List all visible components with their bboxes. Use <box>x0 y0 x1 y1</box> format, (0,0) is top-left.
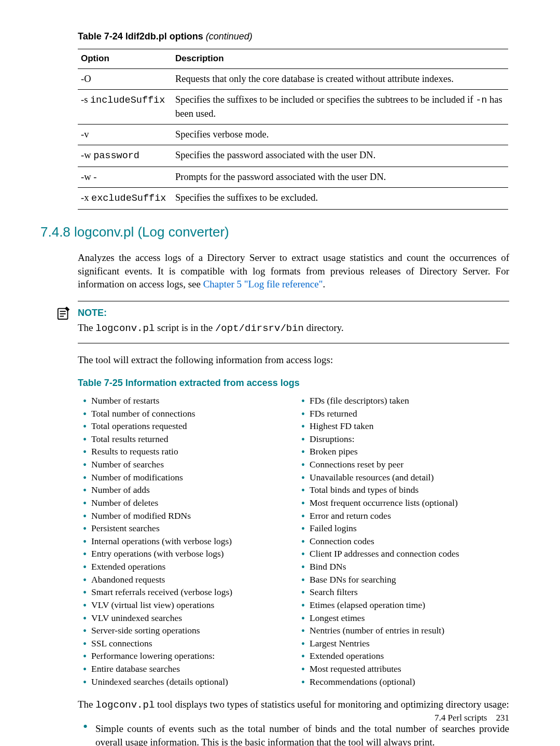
option-cell: -v <box>78 125 172 145</box>
list-item: Persistent searches <box>78 522 291 535</box>
list-item: Number of modified RDNs <box>78 510 291 522</box>
note-mid: script is in the <box>155 322 215 333</box>
option-cell: -w - <box>78 167 172 188</box>
list-item: Smart referrals received (verbose logs) <box>78 586 291 599</box>
option-cell: -w password <box>78 145 172 167</box>
para-3: The logconv.pl tool displays two types o… <box>78 698 509 712</box>
list-item: Performance lowering operations: <box>78 650 291 662</box>
page-footer: 7.4 Perl scripts 231 <box>435 712 509 724</box>
list-item: Number of restarts <box>78 395 291 407</box>
table-row: -x excludeSuffixSpecifies the suffixes t… <box>78 188 508 210</box>
list-item: Bind DNs <box>296 561 509 573</box>
list-item: Largest Nentries <box>296 638 509 650</box>
list-item: Error and return codes <box>296 510 509 522</box>
para3-pre: The <box>78 699 95 710</box>
description-cell: Specifies verbose mode. <box>172 125 508 145</box>
list-item: Total operations requested <box>78 420 291 433</box>
info-list-left: Number of restartsTotal number of connec… <box>78 394 291 688</box>
description-cell: Requests that only the core database is … <box>172 69 508 90</box>
list-item: FDs returned <box>296 408 509 420</box>
statistics-bullets: Simple counts of events such as the tota… <box>78 722 509 746</box>
th-option: Option <box>78 49 172 69</box>
th-description: Description <box>172 49 508 69</box>
list-item: Most frequent occurrence lists (optional… <box>296 497 509 509</box>
table-24: Option Description -ORequests that only … <box>78 49 508 210</box>
note-body: The logconv.pl script is in the /opt/dir… <box>78 321 509 336</box>
table-row: -s includeSuffixSpecifies the suffixes t… <box>78 90 508 125</box>
list-item: Unindexed searches (details optional) <box>78 676 291 688</box>
footer-page: 231 <box>496 713 510 723</box>
list-item: Recommendations (optional) <box>296 676 509 688</box>
para3-post: tool displays two types of statistics us… <box>155 699 509 710</box>
list-item: Failed logins <box>296 522 509 535</box>
list-item: Internal operations (with verbose logs) <box>78 535 291 548</box>
list-item: Extended operations <box>78 561 291 573</box>
list-item: Search filters <box>296 586 509 599</box>
table-row: -ORequests that only the core database i… <box>78 69 508 90</box>
description-cell: Specifies the suffixes to be excluded. <box>172 188 508 210</box>
table-25-caption: Table 7-25 Information extracted from ac… <box>78 377 509 389</box>
list-item: Disruptions: <box>296 433 509 446</box>
list-item: Broken pipes <box>296 446 509 458</box>
note-title: NOTE: <box>78 307 509 319</box>
section-heading: 7.4.8 logconv.pl (Log converter) <box>40 223 509 241</box>
description-cell: Prompts for the password associated with… <box>172 167 508 188</box>
list-item: Total binds and types of binds <box>296 484 509 496</box>
list-item: Connections reset by peer <box>296 459 509 471</box>
note-block: NOTE: The logconv.pl script is in the /o… <box>78 301 509 343</box>
option-cell: -O <box>78 69 172 90</box>
list-item: Most requested attributes <box>296 663 509 675</box>
list-item: Extended operations <box>296 650 509 662</box>
info-list-columns: Number of restartsTotal number of connec… <box>78 394 509 688</box>
list-item: Entire database searches <box>78 663 291 675</box>
list-item: Entry operations (with verbose logs) <box>78 548 291 560</box>
footer-section: 7.4 Perl scripts <box>435 713 487 723</box>
list-item: FDs (file descriptors) taken <box>296 395 509 407</box>
list-item: Longest etimes <box>296 612 509 625</box>
info-list-right: FDs (file descriptors) takenFDs returned… <box>296 394 509 688</box>
list-item: Nentries (number of entries in result) <box>296 625 509 637</box>
list-item: Highest FD taken <box>296 420 509 433</box>
para3-code: logconv.pl <box>95 699 155 711</box>
note-code-2: /opt/dirsrv/bin <box>215 323 304 334</box>
note-pre: The <box>78 322 95 333</box>
description-cell: Specifies the suffixes to be included or… <box>172 90 508 125</box>
list-item: Results to requests ratio <box>78 446 291 458</box>
section-para-1: Analyzes the access logs of a Directory … <box>78 251 509 291</box>
para1-post: . <box>323 279 325 289</box>
para-2: The tool will extract the following info… <box>78 353 509 367</box>
description-cell: Specifies the password associated with t… <box>172 145 508 167</box>
option-cell: -x excludeSuffix <box>78 188 172 210</box>
list-item: VLV (virtual list view) operations <box>78 599 291 612</box>
list-item: Simple counts of events such as the tota… <box>78 722 509 746</box>
list-item: Total number of connections <box>78 408 291 420</box>
list-item: Unavailable resources (and detail) <box>296 472 509 484</box>
list-item: Connection codes <box>296 535 509 548</box>
list-item: SSL connections <box>78 638 291 650</box>
caption-continued: (continued) <box>203 31 253 42</box>
list-item: Total results returned <box>78 433 291 446</box>
option-cell: -s includeSuffix <box>78 90 172 125</box>
caption-text: Table 7-24 ldif2db.pl options <box>78 31 203 42</box>
note-code-1: logconv.pl <box>95 323 155 334</box>
list-item: VLV unindexed searches <box>78 612 291 625</box>
list-item: Number of searches <box>78 459 291 471</box>
table-row: -w -Prompts for the password associated … <box>78 167 508 188</box>
list-item: Number of modifications <box>78 472 291 484</box>
table-row: -w passwordSpecifies the password associ… <box>78 145 508 167</box>
list-item: Server-side sorting operations <box>78 625 291 637</box>
list-item: Etimes (elapsed operation time) <box>296 599 509 612</box>
table-24-caption: Table 7-24 ldif2db.pl options (continued… <box>78 30 509 43</box>
note-icon <box>56 306 72 321</box>
note-post: directory. <box>304 322 344 333</box>
list-item: Base DNs for searching <box>296 574 509 586</box>
list-item: Number of adds <box>78 484 291 496</box>
list-item: Abandoned requests <box>78 574 291 586</box>
table-row: -vSpecifies verbose mode. <box>78 125 508 145</box>
list-item: Client IP addresses and connection codes <box>296 548 509 560</box>
list-item: Number of deletes <box>78 497 291 509</box>
log-file-reference-link[interactable]: Chapter 5 "Log file reference" <box>203 279 323 289</box>
